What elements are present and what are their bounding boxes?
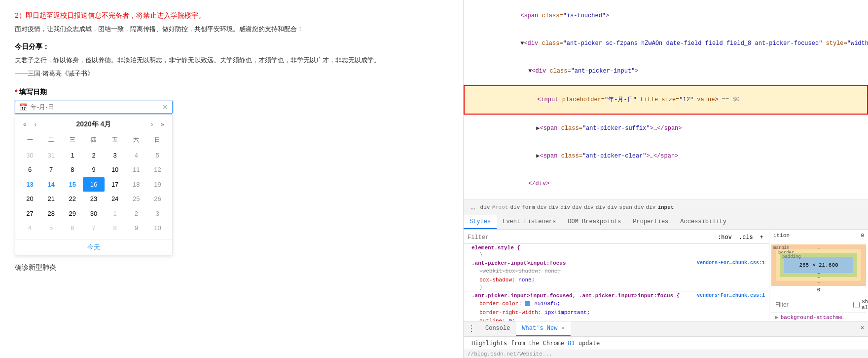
cal-day[interactable]: 21 — [40, 192, 62, 206]
tab-event-listeners[interactable]: Event Listeners — [497, 215, 562, 229]
cal-day[interactable]: 3 — [105, 148, 126, 163]
breadcrumb-div6[interactable]: div — [572, 204, 582, 210]
add-rule-button[interactable]: + — [759, 234, 765, 241]
style-selector: .ant-picker-input>input:focus vendors~Fo… — [471, 260, 765, 266]
cal-day[interactable]: 11 — [126, 162, 147, 177]
cal-day[interactable]: 31 — [40, 148, 62, 163]
devtools-html: <span class="is-touched"> ▼<div class="a… — [464, 0, 868, 200]
cal-day[interactable]: 23 — [83, 192, 104, 206]
cal-day[interactable]: 30 — [19, 148, 40, 163]
cal-day[interactable]: 1 — [105, 206, 126, 221]
style-source-link2[interactable]: vendors~For…chunk.css:1 — [697, 293, 765, 298]
whats-new-close-icon[interactable]: × — [561, 325, 565, 331]
next-next-nav[interactable]: » — [159, 120, 166, 129]
tab-styles[interactable]: Styles — [464, 215, 497, 229]
breadcrumb-div3[interactable]: div — [537, 204, 547, 210]
breadcrumb-div7[interactable]: div — [584, 204, 594, 210]
show-all-checkbox[interactable] — [853, 302, 860, 308]
clear-icon[interactable]: ✕ — [162, 103, 168, 111]
element-style-rule: element.style { } — [464, 244, 769, 259]
prop-arrow-icon[interactable]: ▶ — [775, 314, 779, 320]
breadcrumb-div9[interactable]: div — [608, 204, 617, 210]
tab-dom-breakpoints[interactable]: DOM Breakpoints — [562, 215, 627, 229]
cal-day[interactable]: 4 — [19, 221, 40, 236]
more-button[interactable]: … — [468, 201, 478, 213]
hov-filter-button[interactable]: :hov — [716, 234, 733, 241]
cal-day[interactable]: 14 — [40, 177, 62, 192]
weekday-fri: 五 — [105, 134, 126, 146]
cal-day[interactable]: 5 — [40, 221, 62, 236]
html-line: ▼<div class="ant-picker sc-fzpans hZwAOn… — [464, 30, 868, 57]
breadcrumb-div8[interactable]: div — [596, 204, 606, 210]
cal-day[interactable]: 24 — [105, 192, 126, 206]
cal-day[interactable]: 10 — [147, 221, 168, 236]
cal-day[interactable]: 28 — [40, 206, 62, 221]
breadcrumb-div[interactable]: div — [480, 204, 490, 210]
share-title: 今日分享： — [15, 42, 448, 51]
cal-day[interactable]: 6 — [62, 221, 83, 236]
breadcrumb-div4[interactable]: div — [548, 204, 558, 210]
cal-day[interactable]: 1 — [62, 148, 83, 163]
cal-day[interactable]: 19 — [147, 177, 168, 192]
cls-filter-button[interactable]: .cls — [737, 234, 755, 241]
cal-day[interactable]: 18 — [126, 177, 147, 192]
cal-day[interactable]: 2 — [126, 206, 147, 221]
cal-day[interactable]: 12 — [147, 162, 168, 177]
tab-whats-new[interactable]: What's New × — [516, 321, 571, 336]
cal-day[interactable]: 4 — [126, 148, 147, 163]
box-model-container: margin – border – padding – 265 × 21.600… — [771, 244, 866, 293]
cal-day[interactable]: 8 — [62, 162, 83, 177]
tab-properties[interactable]: Properties — [627, 215, 674, 229]
console-menu-button[interactable]: ⋮ — [464, 321, 479, 336]
calendar-title: 2020年 4月 — [42, 120, 145, 129]
style-prop: border-color: #5198f5; — [471, 300, 765, 309]
cal-day[interactable]: 3 — [147, 206, 168, 221]
intro-text: 面对疫情，让我们众志成城，团结一致，隔离传播、做好防控，共创平安环境。感谢您的支… — [15, 24, 448, 35]
prev-prev-nav[interactable]: « — [21, 120, 29, 129]
cal-day[interactable]: 7 — [40, 162, 62, 177]
breadcrumb-div11[interactable]: div — [646, 204, 656, 210]
cal-day[interactable]: 29 — [62, 206, 83, 221]
breadcrumb-div5[interactable]: div — [560, 204, 570, 210]
chrome-version-link[interactable]: 81 — [568, 340, 575, 347]
cal-day[interactable]: 9 — [126, 221, 147, 236]
devtools-close-button[interactable]: ✕ — [857, 321, 868, 336]
cal-day[interactable]: 13 — [19, 177, 40, 192]
next-nav[interactable]: › — [149, 120, 155, 129]
right-filter-input[interactable] — [775, 301, 849, 308]
cal-day[interactable]: 30 — [83, 206, 104, 221]
cal-day[interactable]: 5 — [147, 148, 168, 163]
cal-day[interactable]: 9 — [83, 162, 104, 177]
color-swatch-blue[interactable] — [525, 301, 531, 307]
breadcrumb-span[interactable]: span — [619, 204, 632, 210]
cal-day[interactable]: 7 — [83, 221, 104, 236]
cal-day[interactable]: 15 — [62, 177, 83, 192]
cal-day[interactable]: 2 — [83, 148, 104, 163]
filter-input[interactable] — [468, 234, 712, 241]
style-prop: box-shadow: none; — [471, 276, 765, 285]
breadcrumb-input[interactable]: input — [657, 204, 674, 210]
cal-day[interactable]: 17 — [105, 177, 126, 192]
breadcrumb-form[interactable]: form — [522, 204, 535, 210]
html-line-highlighted[interactable]: <input placeholder="年-月-日" title size="1… — [464, 85, 868, 115]
cal-day[interactable]: 27 — [19, 206, 40, 221]
cal-day-selected[interactable]: 16 — [83, 177, 104, 192]
cal-day[interactable]: 6 — [19, 162, 40, 177]
tab-console[interactable]: Console — [479, 321, 516, 336]
style-source-link[interactable]: vendors~For…chunk.css:1 — [697, 260, 765, 266]
cal-day[interactable]: 20 — [19, 192, 40, 206]
breadcrumb-bar: … div #root div form div div div div div… — [464, 200, 868, 215]
tab-accessibility[interactable]: Accessibility — [674, 215, 732, 229]
breadcrumb-div2[interactable]: div — [510, 204, 520, 210]
cal-day[interactable]: 8 — [105, 221, 126, 236]
prev-nav[interactable]: ‹ — [33, 120, 38, 129]
warning-text: 2）即日起至返校日报送信息不完备者，将禁止进入学院楼宇。 — [15, 10, 448, 21]
date-input[interactable] — [31, 103, 162, 111]
date-input-wrapper[interactable]: 📅 ✕ — [15, 101, 173, 114]
cal-day[interactable]: 26 — [147, 192, 168, 206]
cal-day[interactable]: 25 — [126, 192, 147, 206]
cal-day[interactable]: 22 — [62, 192, 83, 206]
today-button[interactable]: 今天 — [87, 243, 100, 251]
breadcrumb-div10[interactable]: div — [634, 204, 644, 210]
cal-day[interactable]: 10 — [105, 162, 126, 177]
